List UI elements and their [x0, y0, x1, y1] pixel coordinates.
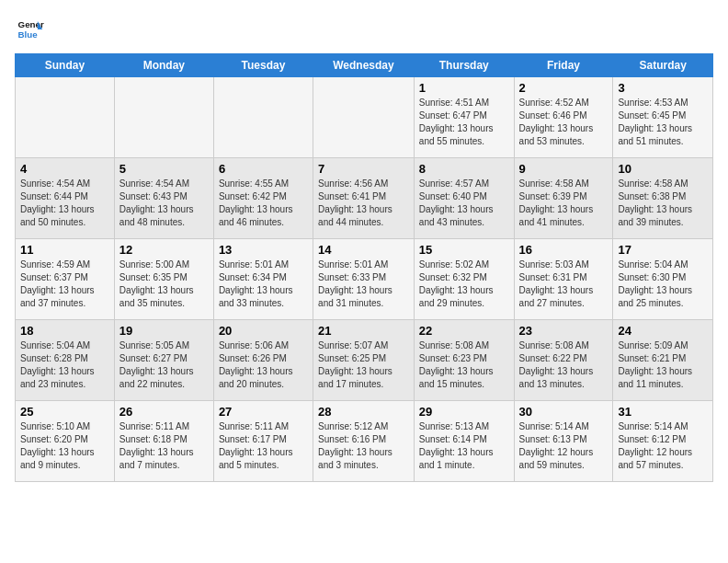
day-info: Sunrise: 4:54 AM Sunset: 6:44 PM Dayligh… [20, 178, 109, 229]
calendar-week-row: 1Sunrise: 4:51 AM Sunset: 6:47 PM Daylig… [16, 77, 713, 158]
day-info: Sunrise: 5:03 AM Sunset: 6:31 PM Dayligh… [519, 259, 609, 310]
day-number: 1 [419, 81, 509, 95]
calendar-cell: 28Sunrise: 5:12 AM Sunset: 6:16 PM Dayli… [313, 401, 415, 482]
day-info: Sunrise: 5:06 AM Sunset: 6:26 PM Dayligh… [219, 339, 308, 391]
calendar-week-row: 18Sunrise: 5:04 AM Sunset: 6:28 PM Dayli… [16, 320, 713, 401]
calendar-cell: 3Sunrise: 4:53 AM Sunset: 6:45 PM Daylig… [613, 77, 713, 158]
calendar-cell [16, 77, 115, 158]
day-info: Sunrise: 5:10 AM Sunset: 6:20 PM Dayligh… [20, 420, 109, 472]
day-info: Sunrise: 4:58 AM Sunset: 6:38 PM Dayligh… [618, 178, 708, 229]
calendar-week-row: 4Sunrise: 4:54 AM Sunset: 6:44 PM Daylig… [16, 158, 713, 239]
day-number: 16 [519, 243, 609, 257]
calendar-cell: 5Sunrise: 4:54 AM Sunset: 6:43 PM Daylig… [114, 158, 213, 239]
calendar-cell: 26Sunrise: 5:11 AM Sunset: 6:18 PM Dayli… [114, 401, 213, 482]
logo-icon: General Blue [15, 15, 44, 44]
day-info: Sunrise: 5:02 AM Sunset: 6:32 PM Dayligh… [419, 259, 509, 310]
day-number: 19 [119, 324, 209, 338]
day-info: Sunrise: 5:08 AM Sunset: 6:22 PM Dayligh… [519, 339, 609, 391]
calendar-cell: 2Sunrise: 4:52 AM Sunset: 6:46 PM Daylig… [514, 77, 613, 158]
day-info: Sunrise: 5:11 AM Sunset: 6:17 PM Dayligh… [219, 420, 308, 472]
calendar-cell: 20Sunrise: 5:06 AM Sunset: 6:26 PM Dayli… [213, 320, 313, 401]
day-number: 12 [119, 243, 209, 257]
svg-text:Blue: Blue [18, 29, 39, 40]
day-header-thursday: Thursday [414, 54, 514, 77]
day-number: 7 [318, 162, 409, 176]
day-number: 11 [20, 243, 109, 257]
day-number: 10 [618, 162, 708, 176]
day-info: Sunrise: 4:54 AM Sunset: 6:43 PM Dayligh… [119, 178, 209, 229]
day-header-saturday: Saturday [613, 54, 713, 77]
calendar-cell: 14Sunrise: 5:01 AM Sunset: 6:33 PM Dayli… [313, 239, 415, 320]
calendar-cell [114, 77, 213, 158]
calendar-week-row: 25Sunrise: 5:10 AM Sunset: 6:20 PM Dayli… [16, 401, 713, 482]
day-number: 28 [318, 405, 409, 419]
day-info: Sunrise: 5:13 AM Sunset: 6:14 PM Dayligh… [419, 420, 509, 472]
day-number: 9 [519, 162, 609, 176]
calendar-cell: 12Sunrise: 5:00 AM Sunset: 6:35 PM Dayli… [114, 239, 213, 320]
day-info: Sunrise: 5:05 AM Sunset: 6:27 PM Dayligh… [119, 339, 209, 391]
day-number: 2 [519, 81, 609, 95]
calendar-week-row: 11Sunrise: 4:59 AM Sunset: 6:37 PM Dayli… [16, 239, 713, 320]
calendar-cell: 15Sunrise: 5:02 AM Sunset: 6:32 PM Dayli… [414, 239, 514, 320]
day-header-friday: Friday [514, 54, 613, 77]
day-header-tuesday: Tuesday [213, 54, 313, 77]
day-info: Sunrise: 5:01 AM Sunset: 6:33 PM Dayligh… [318, 259, 409, 310]
day-number: 3 [618, 81, 708, 95]
day-number: 5 [119, 162, 209, 176]
logo: General Blue [15, 15, 44, 44]
day-number: 23 [519, 324, 609, 338]
day-info: Sunrise: 5:09 AM Sunset: 6:21 PM Dayligh… [618, 339, 708, 391]
calendar-cell: 9Sunrise: 4:58 AM Sunset: 6:39 PM Daylig… [514, 158, 613, 239]
day-number: 18 [20, 324, 109, 338]
day-number: 6 [219, 162, 308, 176]
calendar-cell: 1Sunrise: 4:51 AM Sunset: 6:47 PM Daylig… [414, 77, 514, 158]
day-number: 24 [618, 324, 708, 338]
calendar-cell: 6Sunrise: 4:55 AM Sunset: 6:42 PM Daylig… [213, 158, 313, 239]
day-info: Sunrise: 4:55 AM Sunset: 6:42 PM Dayligh… [219, 178, 308, 229]
day-number: 14 [318, 243, 409, 257]
calendar-cell: 29Sunrise: 5:13 AM Sunset: 6:14 PM Dayli… [414, 401, 514, 482]
day-info: Sunrise: 5:04 AM Sunset: 6:28 PM Dayligh… [20, 339, 109, 391]
day-number: 17 [618, 243, 708, 257]
day-info: Sunrise: 4:59 AM Sunset: 6:37 PM Dayligh… [20, 259, 109, 310]
day-info: Sunrise: 5:12 AM Sunset: 6:16 PM Dayligh… [318, 420, 409, 472]
calendar-cell: 19Sunrise: 5:05 AM Sunset: 6:27 PM Dayli… [114, 320, 213, 401]
day-info: Sunrise: 4:52 AM Sunset: 6:46 PM Dayligh… [519, 97, 609, 148]
day-number: 8 [419, 162, 509, 176]
day-info: Sunrise: 5:04 AM Sunset: 6:30 PM Dayligh… [618, 259, 708, 310]
day-info: Sunrise: 5:08 AM Sunset: 6:23 PM Dayligh… [419, 339, 509, 391]
day-number: 13 [219, 243, 308, 257]
day-number: 4 [20, 162, 109, 176]
calendar-cell: 21Sunrise: 5:07 AM Sunset: 6:25 PM Dayli… [313, 320, 415, 401]
days-header-row: SundayMondayTuesdayWednesdayThursdayFrid… [16, 54, 713, 77]
calendar-cell: 23Sunrise: 5:08 AM Sunset: 6:22 PM Dayli… [514, 320, 613, 401]
day-info: Sunrise: 4:56 AM Sunset: 6:41 PM Dayligh… [318, 178, 409, 229]
day-info: Sunrise: 5:07 AM Sunset: 6:25 PM Dayligh… [318, 339, 409, 391]
day-info: Sunrise: 4:53 AM Sunset: 6:45 PM Dayligh… [618, 97, 708, 148]
day-header-sunday: Sunday [16, 54, 115, 77]
day-info: Sunrise: 5:14 AM Sunset: 6:13 PM Dayligh… [519, 420, 609, 472]
calendar-cell: 25Sunrise: 5:10 AM Sunset: 6:20 PM Dayli… [16, 401, 115, 482]
day-number: 21 [318, 324, 409, 338]
calendar-cell: 16Sunrise: 5:03 AM Sunset: 6:31 PM Dayli… [514, 239, 613, 320]
day-number: 29 [419, 405, 509, 419]
day-info: Sunrise: 5:00 AM Sunset: 6:35 PM Dayligh… [119, 259, 209, 310]
day-info: Sunrise: 5:01 AM Sunset: 6:34 PM Dayligh… [219, 259, 308, 310]
calendar-cell: 27Sunrise: 5:11 AM Sunset: 6:17 PM Dayli… [213, 401, 313, 482]
day-number: 25 [20, 405, 109, 419]
day-number: 30 [519, 405, 609, 419]
day-number: 26 [119, 405, 209, 419]
calendar-cell: 17Sunrise: 5:04 AM Sunset: 6:30 PM Dayli… [613, 239, 713, 320]
calendar-cell: 8Sunrise: 4:57 AM Sunset: 6:40 PM Daylig… [414, 158, 514, 239]
day-info: Sunrise: 5:14 AM Sunset: 6:12 PM Dayligh… [618, 420, 708, 472]
day-header-monday: Monday [114, 54, 213, 77]
calendar-cell: 18Sunrise: 5:04 AM Sunset: 6:28 PM Dayli… [16, 320, 115, 401]
calendar-cell: 7Sunrise: 4:56 AM Sunset: 6:41 PM Daylig… [313, 158, 415, 239]
day-info: Sunrise: 4:51 AM Sunset: 6:47 PM Dayligh… [419, 97, 509, 148]
day-info: Sunrise: 5:11 AM Sunset: 6:18 PM Dayligh… [119, 420, 209, 472]
day-number: 31 [618, 405, 708, 419]
calendar-cell: 31Sunrise: 5:14 AM Sunset: 6:12 PM Dayli… [613, 401, 713, 482]
day-number: 20 [219, 324, 308, 338]
day-header-wednesday: Wednesday [313, 54, 415, 77]
calendar-cell: 13Sunrise: 5:01 AM Sunset: 6:34 PM Dayli… [213, 239, 313, 320]
